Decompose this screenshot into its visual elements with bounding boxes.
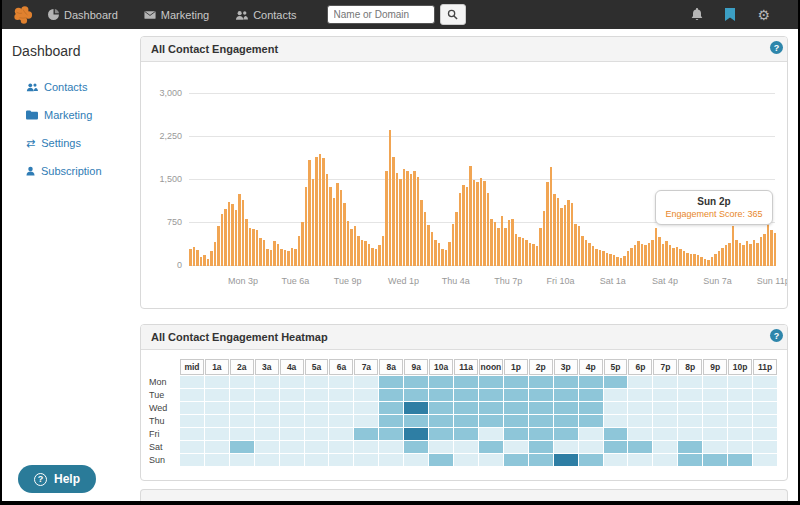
engagement-bar[interactable] bbox=[298, 236, 301, 266]
engagement-bar[interactable] bbox=[529, 243, 532, 267]
heatmap-cell[interactable] bbox=[404, 415, 428, 427]
heatmap-cell[interactable] bbox=[753, 454, 777, 466]
heatmap-cell[interactable] bbox=[604, 415, 628, 427]
engagement-bar[interactable] bbox=[753, 240, 756, 266]
heatmap-cell[interactable] bbox=[753, 402, 777, 414]
heatmap-cell[interactable] bbox=[354, 389, 378, 401]
engagement-bar[interactable] bbox=[368, 244, 371, 266]
engagement-bar[interactable] bbox=[350, 229, 353, 266]
heatmap-cell[interactable] bbox=[529, 389, 553, 401]
engagement-bar[interactable] bbox=[711, 257, 714, 266]
heatmap-cell[interactable] bbox=[628, 389, 652, 401]
engagement-bar[interactable] bbox=[441, 249, 444, 266]
heatmap-cell[interactable] bbox=[379, 454, 403, 466]
engagement-bar[interactable] bbox=[609, 254, 612, 266]
engagement-bar[interactable] bbox=[231, 204, 234, 266]
engagement-bar[interactable] bbox=[760, 237, 763, 266]
engagement-bar[interactable] bbox=[343, 203, 346, 266]
heatmap-cell[interactable] bbox=[504, 402, 528, 414]
engagement-bar[interactable] bbox=[704, 259, 707, 266]
heatmap-cell[interactable] bbox=[554, 389, 578, 401]
heatmap-cell[interactable] bbox=[628, 441, 652, 453]
heatmap-cell[interactable] bbox=[554, 376, 578, 388]
bell-icon[interactable] bbox=[691, 8, 703, 21]
heatmap-cell[interactable] bbox=[604, 441, 628, 453]
engagement-bar[interactable] bbox=[672, 248, 675, 266]
engagement-bar[interactable] bbox=[438, 243, 441, 266]
engagement-bar[interactable] bbox=[301, 222, 304, 266]
heatmap-cell[interactable] bbox=[379, 389, 403, 401]
engagement-bar[interactable] bbox=[403, 169, 406, 266]
engagement-bar[interactable] bbox=[305, 187, 308, 266]
heatmap-cell[interactable] bbox=[504, 454, 528, 466]
engagement-bar[interactable] bbox=[651, 240, 654, 266]
heatmap-cell[interactable] bbox=[604, 389, 628, 401]
engagement-bar[interactable] bbox=[707, 260, 710, 266]
heatmap-cell[interactable] bbox=[678, 402, 702, 414]
sidebar-item-settings[interactable]: ⇄ Settings bbox=[26, 137, 132, 149]
heatmap-cell[interactable] bbox=[454, 441, 478, 453]
heatmap-cell[interactable] bbox=[429, 428, 453, 440]
engagement-bar[interactable] bbox=[462, 185, 465, 266]
engagement-bar[interactable] bbox=[389, 130, 392, 266]
heatmap-cell[interactable] bbox=[180, 454, 204, 466]
heatmap-cell[interactable] bbox=[280, 428, 304, 440]
engagement-bar[interactable] bbox=[277, 244, 280, 266]
heatmap-cell[interactable] bbox=[429, 389, 453, 401]
engagement-bar[interactable] bbox=[627, 251, 630, 266]
engagement-bar[interactable] bbox=[585, 240, 588, 266]
heatmap-cell[interactable] bbox=[479, 389, 503, 401]
heatmap-cell[interactable] bbox=[329, 454, 353, 466]
engagement-bar[interactable] bbox=[469, 166, 472, 266]
heatmap-cell[interactable] bbox=[305, 454, 329, 466]
engagement-bar[interactable] bbox=[553, 194, 556, 266]
heatmap-cell[interactable] bbox=[479, 441, 503, 453]
engagement-bar[interactable] bbox=[385, 171, 388, 266]
heatmap-cell[interactable] bbox=[479, 415, 503, 427]
engagement-bar[interactable] bbox=[193, 247, 196, 266]
engagement-bar[interactable] bbox=[420, 200, 423, 266]
heatmap-cell[interactable] bbox=[280, 402, 304, 414]
engagement-bar[interactable] bbox=[284, 250, 287, 266]
engagement-bar[interactable] bbox=[238, 194, 241, 266]
heatmap-cell[interactable] bbox=[529, 454, 553, 466]
heatmap-cell[interactable] bbox=[305, 402, 329, 414]
heatmap-cell[interactable] bbox=[678, 441, 702, 453]
engagement-bar[interactable] bbox=[532, 244, 535, 266]
heatmap-cell[interactable] bbox=[354, 441, 378, 453]
engagement-bar[interactable] bbox=[746, 241, 749, 266]
heatmap-cell[interactable] bbox=[703, 441, 727, 453]
heatmap-cell[interactable] bbox=[329, 441, 353, 453]
engagement-bar[interactable] bbox=[266, 249, 269, 266]
engagement-bar[interactable] bbox=[308, 160, 311, 266]
engagement-bar[interactable] bbox=[291, 248, 294, 266]
heatmap-cell[interactable] bbox=[753, 415, 777, 427]
heatmap-cell[interactable] bbox=[554, 428, 578, 440]
engagement-bar[interactable] bbox=[322, 158, 325, 266]
heatmap-cell[interactable] bbox=[354, 454, 378, 466]
engagement-bar[interactable] bbox=[434, 240, 437, 266]
engagement-bar[interactable] bbox=[452, 224, 455, 266]
engagement-bar[interactable] bbox=[658, 237, 661, 266]
heatmap-cell[interactable] bbox=[579, 454, 603, 466]
heatmap-cell[interactable] bbox=[255, 376, 279, 388]
heatmap-cell[interactable] bbox=[703, 389, 727, 401]
engagement-bar[interactable] bbox=[228, 202, 231, 266]
engagement-bar[interactable] bbox=[676, 247, 679, 266]
heatmap-cell[interactable] bbox=[579, 389, 603, 401]
engagement-bar[interactable] bbox=[294, 249, 297, 266]
engagement-bar[interactable] bbox=[655, 228, 658, 266]
engagement-bar[interactable] bbox=[634, 245, 637, 266]
engagement-bar[interactable] bbox=[364, 241, 367, 266]
engagement-bar[interactable] bbox=[280, 249, 283, 266]
heatmap-cell[interactable] bbox=[554, 441, 578, 453]
engagement-bar[interactable] bbox=[501, 216, 504, 266]
engagement-bar[interactable] bbox=[494, 222, 497, 266]
heatmap-cell[interactable] bbox=[728, 402, 752, 414]
heatmap-cell[interactable] bbox=[653, 376, 677, 388]
engagement-bar[interactable] bbox=[417, 177, 420, 266]
engagement-bar[interactable] bbox=[357, 236, 360, 266]
heatmap-cell[interactable] bbox=[529, 402, 553, 414]
engagement-bar[interactable] bbox=[455, 212, 458, 266]
engagement-bar[interactable] bbox=[690, 254, 693, 266]
